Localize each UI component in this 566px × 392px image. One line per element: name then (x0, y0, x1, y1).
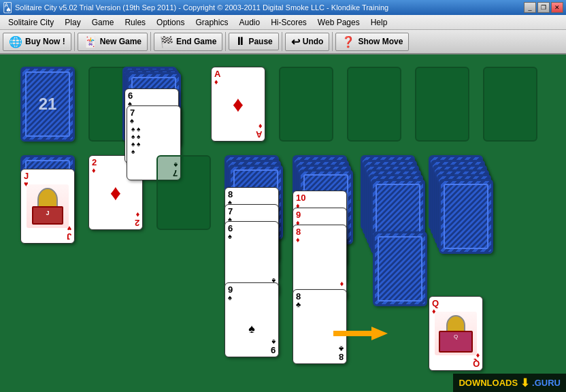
toolbar-separator-1 (74, 32, 75, 51)
watermark-guru: .GURU (532, 378, 561, 388)
menu-game[interactable]: Game (86, 16, 120, 29)
app-icon: 🂡 (3, 2, 12, 13)
menu-solitaire-city[interactable]: Solitaire City (3, 16, 59, 29)
menu-help[interactable]: Help (365, 16, 393, 29)
t8-b6 (439, 179, 493, 254)
end-game-button[interactable]: 🏁 End Game (154, 33, 222, 51)
restore-button[interactable]: ❐ (537, 2, 550, 13)
watermark-downloads: DOWNLOADS (459, 378, 518, 388)
menu-webpages[interactable]: Web Pages (312, 16, 365, 29)
buy-icon: 🌐 (9, 35, 22, 48)
t6-8c[interactable]: 8♣ 8♣ (293, 289, 347, 364)
tableau-1-card-jh[interactable]: J♥ J J♥ (20, 169, 75, 244)
toolbar-separator-2 (150, 32, 151, 51)
title-bar: 🂡 Solitaire City v5.02 Trial Version (19… (0, 0, 566, 15)
menu-hiscores[interactable]: Hi-Scores (265, 16, 312, 29)
buy-now-button[interactable]: 🌐 Buy Now ! (3, 33, 71, 51)
menu-audio[interactable]: Audio (233, 16, 265, 29)
undo-icon: ↩ (291, 35, 300, 48)
menu-bar: Solitaire City Play Game Rules Options G… (0, 15, 566, 30)
toolbar-separator-4 (282, 32, 282, 51)
foundation-5[interactable] (483, 67, 537, 142)
toolbar-separator-5 (332, 32, 333, 51)
watermark-arrow-icon: ⬇ (520, 376, 529, 389)
pause-icon: ⏸ (235, 35, 246, 48)
pause-button[interactable]: ⏸ Pause (229, 33, 278, 50)
watermark: DOWNLOADS ⬇ .GURU (453, 374, 566, 392)
foundation-4[interactable] (415, 67, 469, 142)
tableau-4-empty[interactable] (156, 155, 211, 230)
stock-pile[interactable]: 21 (20, 67, 75, 142)
toolbar-separator-3 (225, 32, 226, 51)
foundation-1[interactable]: A ♦ ♦ A ♦ (211, 67, 265, 142)
foundation-2[interactable] (279, 67, 333, 142)
end-game-icon: 🏁 (160, 35, 173, 48)
minimize-button[interactable]: _ (524, 2, 536, 13)
t5-9s[interactable]: 9♠ ♠ 9♠ (224, 282, 279, 357)
close-button[interactable]: ✕ (551, 2, 563, 13)
menu-graphics[interactable]: Graphics (190, 16, 233, 29)
new-game-button[interactable]: 🃏 New Game (78, 33, 148, 51)
t8-qd[interactable]: Q♦ Q Q♦ (429, 296, 483, 371)
new-game-icon: 🃏 (84, 35, 97, 48)
foundation-3[interactable] (347, 67, 401, 142)
game-area[interactable]: 21 A ♦ ♦ A ♦ J♥ J J♥ 2♦ (0, 54, 566, 392)
undo-button[interactable]: ↩ Undo (285, 33, 330, 51)
menu-options[interactable]: Options (151, 16, 190, 29)
window-title: Solitaire City v5.02 Trial Version (19th… (15, 3, 524, 12)
toolbar: 🌐 Buy Now ! 🃏 New Game 🏁 End Game ⏸ Paus… (0, 30, 566, 54)
t6-8d[interactable]: 8♦ 8♦ (293, 225, 347, 299)
t7-b7 (373, 231, 427, 306)
show-move-icon: ❓ (342, 35, 355, 48)
menu-play[interactable]: Play (59, 16, 86, 29)
show-move-button[interactable]: ❓ Show Move (335, 33, 409, 51)
window-controls: _ ❐ ✕ (524, 2, 563, 13)
menu-rules[interactable]: Rules (119, 16, 151, 29)
